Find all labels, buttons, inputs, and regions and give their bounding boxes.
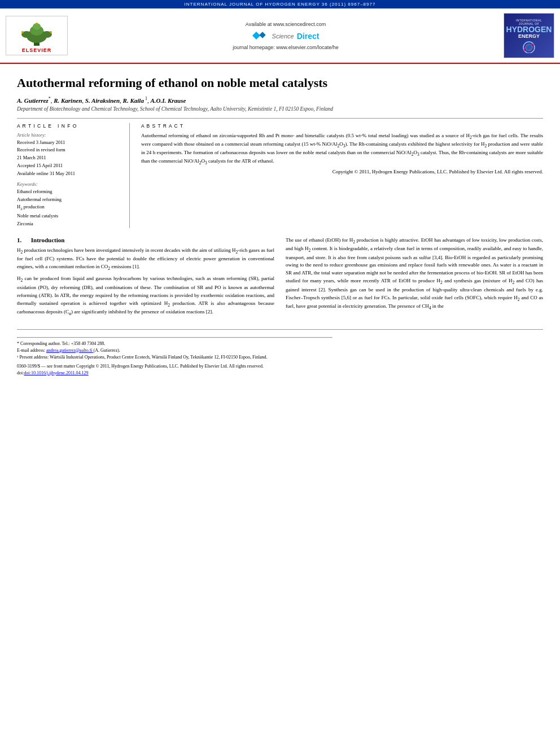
keyword-1: Ethanol reforming xyxy=(17,188,121,196)
author-kaila: R. Kaila xyxy=(123,97,144,103)
footnote-divider xyxy=(17,337,333,338)
svg-point-7 xyxy=(50,31,52,33)
body-left-column: 1. Introduction H2 production technologi… xyxy=(17,237,274,321)
article-content: Autothermal reforming of ethanol on nobl… xyxy=(0,64,560,388)
footnote-1: ¹ Present address: Wärtsilä Industrial O… xyxy=(17,354,543,361)
revised-date: 21 March 2011 xyxy=(17,154,121,161)
body-right-column: The use of ethanol (EtOH) for H2 product… xyxy=(286,237,543,321)
abstract-column: A B S T R A C T Autothermal reforming of… xyxy=(141,123,543,228)
keyword-3: H2 production xyxy=(17,203,121,212)
sd-diamonds-svg xyxy=(252,29,269,43)
author-karinen: R. Karinen xyxy=(54,97,82,103)
abstract-copyright: Copyright © 2011, Hydrogen Energy Public… xyxy=(141,168,543,176)
journal-cover-graphic xyxy=(509,39,549,53)
elsevier-wordmark: ELSEVIER xyxy=(22,47,52,53)
science-text: Science xyxy=(272,33,294,40)
email-address: andrea.gutierrez@aalto.fi xyxy=(46,348,94,353)
elsevier-tree-svg xyxy=(14,22,59,47)
sd-icon xyxy=(252,29,269,43)
elsevier-logo: ELSEVIER xyxy=(6,16,68,55)
keyword-2: Autothermal reforming xyxy=(17,196,121,204)
right-paragraph-1: The use of ethanol (EtOH) for H2 product… xyxy=(286,237,543,312)
email-label: E-mail address: xyxy=(17,348,45,353)
svg-rect-9 xyxy=(252,31,260,39)
accepted-date: Accepted 15 April 2011 xyxy=(17,162,121,169)
article-info-column: A R T I C L E I N F O Article history: R… xyxy=(17,123,130,228)
journal-cover-hydrogen: HYDROGEN xyxy=(506,25,552,33)
abstract-body: Autothermal reforming of ethanol on zirc… xyxy=(141,132,543,176)
authors-line: A. Gutierrez*, R. Karinen, S. Airaksinen… xyxy=(17,96,543,104)
received-date: Received 3 January 2011 xyxy=(17,139,121,146)
intro-paragraph-2: H2 can be produced from liquid and gaseo… xyxy=(17,275,274,317)
introduction-title: 1. Introduction xyxy=(17,237,274,243)
svg-rect-10 xyxy=(259,32,265,38)
doi-line: doi:doi:10.1016/j.ijhydene.2011.04.129 xyxy=(17,370,543,377)
author-krause: A.O.I. Krause xyxy=(150,97,186,103)
email-suffix: (A. Gutierrez). xyxy=(94,348,120,353)
svg-point-8 xyxy=(36,23,38,25)
section-number: 1. xyxy=(17,237,21,243)
doi-link[interactable]: doi:10.1016/j.ijhydene.2011.04.129 xyxy=(24,370,88,375)
keywords-header: Keywords: xyxy=(17,181,121,187)
corresponding-label: * Corresponding author. Tel.: +358 40 73… xyxy=(17,341,105,346)
footnote-email: E-mail address: andrea.gutierrez@aalto.f… xyxy=(17,347,543,354)
author-airaksinen: S. Airaksinen xyxy=(85,97,120,103)
section-title-text: Introduction xyxy=(31,237,65,243)
banner-center: Available at www.sciencedirect.com Scien… xyxy=(73,21,498,50)
available-at-text: Available at www.sciencedirect.com xyxy=(73,21,498,27)
journal-cover: INTERNATIONALJOURNAL OF HYDROGEN ENERGY xyxy=(504,13,554,58)
header-divider xyxy=(17,118,543,119)
direct-text: Direct xyxy=(297,32,320,41)
author-gutierrez: A. Gutierrez xyxy=(17,97,49,103)
svg-point-6 xyxy=(21,31,24,33)
history-label: Article history: xyxy=(17,132,121,138)
article-info-header: A R T I C L E I N F O xyxy=(17,123,121,129)
article-title: Autothermal reforming of ethanol on nobl… xyxy=(17,75,543,91)
keyword-5: Zirconia xyxy=(17,220,121,228)
main-body: 1. Introduction H2 production technologi… xyxy=(17,237,543,321)
affiliation-text: Department of Biotechnology and Chemical… xyxy=(17,106,543,113)
top-banner: ELSEVIER Available at www.sciencedirect.… xyxy=(0,8,560,64)
abstract-header: A B S T R A C T xyxy=(141,123,543,129)
online-date: Available online 31 May 2011 xyxy=(17,170,121,177)
journal-header-bar: International Journal of Hydrogen Energy… xyxy=(0,0,560,8)
footnote-corresponding: * Corresponding author. Tel.: +358 40 73… xyxy=(17,340,543,347)
journal-cover-intl: INTERNATIONALJOURNAL OF xyxy=(516,19,542,25)
sciencedirect-logo: ScienceDirect xyxy=(73,29,498,43)
article-info-abstract: A R T I C L E I N F O Article history: R… xyxy=(17,123,543,228)
footnote-section: * Corresponding author. Tel.: +358 40 73… xyxy=(17,329,543,377)
journal-homepage-text: journal homepage: www.elsevier.com/locat… xyxy=(73,45,498,50)
journal-header-text: International Journal of Hydrogen Energy… xyxy=(185,2,376,7)
intro-paragraph-1: H2 production technologies have been inv… xyxy=(17,247,274,272)
copyright-line: 0360-3199/$ — see front matter Copyright… xyxy=(17,363,543,370)
revised-label: Received in revised form xyxy=(17,146,121,154)
keyword-4: Noble metal catalysts xyxy=(17,212,121,220)
journal-cover-energy: ENERGY xyxy=(518,33,540,39)
